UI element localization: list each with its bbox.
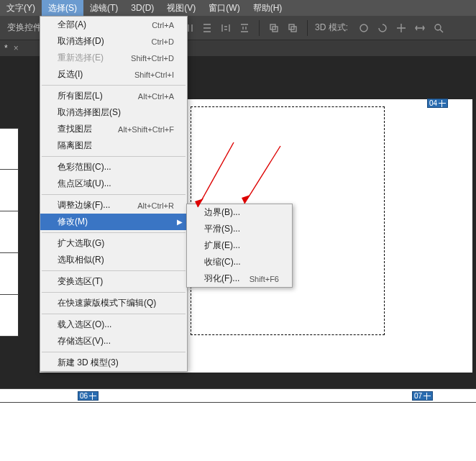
annotation-arrow xyxy=(237,140,288,212)
distribute-v-icon[interactable] xyxy=(200,21,214,35)
thumb-cell[interactable] xyxy=(0,295,19,337)
menu-separator xyxy=(42,352,186,352)
mode3d-icons xyxy=(357,21,446,35)
mode3d-slide-icon[interactable] xyxy=(413,21,427,35)
slice-number: 07 xyxy=(414,392,422,400)
slice-number: 04 xyxy=(429,99,437,107)
svg-line-6 xyxy=(198,142,234,207)
menu-grow[interactable]: 扩大选取(G) xyxy=(40,235,187,252)
menu-quickmask[interactable]: 在快速蒙版模式下编辑(Q) xyxy=(40,295,187,311)
annotation-arrow xyxy=(191,137,241,216)
submenu-expand[interactable]: 扩展(E)... xyxy=(187,237,292,254)
menu-transform-selection[interactable]: 变换选区(T) xyxy=(40,273,187,290)
menu-find-layers[interactable]: 查找图层Alt+Shift+Ctrl+F xyxy=(40,121,187,137)
menu-view[interactable]: 视图(V) xyxy=(160,0,202,16)
submenu-smooth[interactable]: 平滑(S)... xyxy=(187,221,292,237)
mode3d-zoom-icon[interactable] xyxy=(431,21,446,35)
menu-inverse[interactable]: 反选(I)Shift+Ctrl+I xyxy=(40,66,187,83)
left-thumb-stack xyxy=(0,128,19,337)
distribute-spacing-v-icon[interactable] xyxy=(237,21,252,35)
menu-select[interactable]: 选择(S) xyxy=(42,0,83,16)
menu-separator xyxy=(42,85,186,86)
bottom-ruler-area: 06 07 xyxy=(0,388,476,461)
modify-submenu: 边界(B)... 平滑(S)... 扩展(E)... 收缩(C)... 羽化(F… xyxy=(186,204,293,288)
send-backward-icon[interactable] xyxy=(285,21,300,35)
menu-all[interactable]: 全部(A)Ctrl+A xyxy=(40,17,187,33)
menu-separator xyxy=(42,232,186,233)
main-menubar: 文字(Y) 选择(S) 滤镜(T) 3D(D) 视图(V) 窗口(W) 帮助(H… xyxy=(0,0,476,16)
mode3d-orbit-icon[interactable] xyxy=(357,21,371,35)
svg-point-4 xyxy=(360,24,367,32)
menu-similar[interactable]: 选取相似(R) xyxy=(40,252,187,268)
thumb-cell[interactable] xyxy=(0,211,19,253)
menu-refine-edge[interactable]: 调整边缘(F)...Alt+Ctrl+R xyxy=(40,197,187,214)
distribute-spacing-h-icon[interactable] xyxy=(219,21,233,35)
toolbar-separator xyxy=(307,20,308,36)
submenu-contract[interactable]: 收缩(C)... xyxy=(187,254,292,270)
menu-save-selection[interactable]: 存储选区(V)... xyxy=(40,333,187,350)
menu-window[interactable]: 窗口(W) xyxy=(202,0,246,16)
menu-isolate-layers[interactable]: 隔离图层 xyxy=(40,137,187,154)
select-menu-dropdown: 全部(A)Ctrl+A 取消选择(D)Ctrl+D 重新选择(E)Shift+C… xyxy=(40,16,188,372)
distribute-group xyxy=(178,21,255,35)
menu-reselect: 重新选择(E)Shift+Ctrl+D xyxy=(40,50,187,66)
svg-line-8 xyxy=(244,146,280,204)
arrange-group xyxy=(264,21,303,35)
menu-focus-area[interactable]: 焦点区域(U)... xyxy=(40,175,187,192)
menu-deselect-layers[interactable]: 取消选择图层(S) xyxy=(40,104,187,121)
mode3d-pan-icon[interactable] xyxy=(394,21,408,35)
svg-marker-7 xyxy=(195,198,203,207)
menu-color-range[interactable]: 色彩范围(C)... xyxy=(40,159,187,175)
thumb-cell[interactable] xyxy=(0,253,19,295)
menu-separator xyxy=(42,314,186,314)
toolbar-separator xyxy=(259,20,260,36)
menu-3d[interactable]: 3D(D) xyxy=(124,0,160,16)
slice-number: 06 xyxy=(80,392,88,400)
menu-modify[interactable]: 修改(M)▶ xyxy=(40,214,187,230)
mode3d-label: 3D 模式: xyxy=(312,22,351,34)
mode3d-rotate-icon[interactable] xyxy=(375,21,390,35)
svg-marker-9 xyxy=(242,195,250,204)
slice-icon xyxy=(89,393,96,400)
slice-marker-07[interactable]: 07 xyxy=(412,391,433,401)
menu-separator xyxy=(42,270,186,271)
slice-marker-04[interactable]: 04 xyxy=(427,99,448,108)
menu-separator xyxy=(42,292,186,293)
thumb-cell[interactable] xyxy=(0,170,19,211)
thumb-cell[interactable] xyxy=(0,128,19,170)
menu-text[interactable]: 文字(Y) xyxy=(0,0,42,16)
menu-new-3d-model[interactable]: 新建 3D 模型(3) xyxy=(40,355,187,371)
tab-dirty-star: * xyxy=(4,43,8,53)
submenu-arrow-icon: ▶ xyxy=(177,218,183,226)
submenu-feather[interactable]: 羽化(F)...Shift+F6 xyxy=(187,270,292,287)
slice-icon xyxy=(439,100,446,107)
bring-forward-icon[interactable] xyxy=(267,21,281,35)
menu-help[interactable]: 帮助(H) xyxy=(247,0,289,16)
slice-icon xyxy=(424,393,431,400)
menu-deselect[interactable]: 取消选择(D)Ctrl+D xyxy=(40,33,187,50)
tab-close-icon[interactable]: × xyxy=(14,43,19,53)
menu-filter[interactable]: 滤镜(T) xyxy=(83,0,124,16)
svg-point-5 xyxy=(435,24,441,30)
menu-all-layers[interactable]: 所有图层(L)Alt+Ctrl+A xyxy=(40,88,187,104)
menu-separator xyxy=(42,156,186,157)
menu-load-selection[interactable]: 载入选区(O)... xyxy=(40,316,187,333)
ruler-line xyxy=(0,402,476,403)
menu-separator xyxy=(42,194,186,195)
slice-marker-06[interactable]: 06 xyxy=(78,391,99,401)
